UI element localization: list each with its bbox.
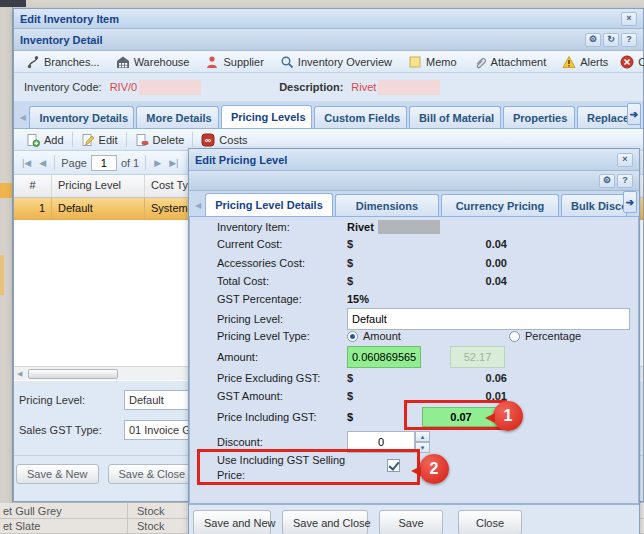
discount-row: Discount: ▲▼ [217,431,430,453]
main-tabstrip: ◀ Inventory Details More Details Pricing… [14,101,643,129]
tab-pricing-levels[interactable]: Pricing Levels [221,105,312,128]
help-icon[interactable]: ? [621,33,637,47]
column-header-pricing-level[interactable]: Pricing Level [52,175,145,197]
dialog-close-button[interactable]: Close [458,510,522,534]
pricing-level-input[interactable] [347,308,630,330]
branches-button[interactable]: Branches... [20,55,106,69]
next-page-icon[interactable]: ▶ [152,158,163,168]
delete-icon [135,133,149,147]
row-num: 1 [14,198,52,219]
supplier-label: Supplier [223,56,263,68]
alerts-icon [562,55,576,69]
current-cost-row: Current Cost: $0.04 [217,238,507,250]
attachment-icon [473,55,487,69]
tab-scroll-right-icon[interactable]: ➔ [627,103,641,125]
spinner-up-icon[interactable]: ▲ [415,431,430,442]
redaction-box [378,220,440,234]
supplier-button[interactable]: Supplier [199,55,269,69]
inventory-item-label: Inventory Item: [217,221,347,233]
panel-title: Inventory Detail [20,34,583,46]
attachment-label: Attachment [491,56,547,68]
prev-page-icon[interactable]: ◀ [37,158,48,168]
close-button[interactable]: Close [614,55,644,69]
amount-input[interactable] [347,346,421,368]
last-page-icon[interactable]: ▶| [167,158,180,168]
alerts-button[interactable]: Alerts [556,55,614,69]
inventory-overview-icon [280,55,294,69]
close-label: Close [638,56,644,68]
dialog-tab-scroll-right-icon[interactable]: ➔ [623,191,637,213]
annotation-badge-2: 2 [419,454,449,484]
memo-icon [408,55,422,69]
save-and-new-button[interactable]: Save & New [16,464,99,484]
first-page-icon[interactable]: |◀ [20,158,33,168]
price-excluding-gst-label: Price Excluding GST: [217,372,347,384]
settings-icon[interactable]: ⚙ [585,33,601,47]
tab-inventory-details[interactable]: Inventory Details [29,106,134,128]
sales-gst-type-label: Sales GST Type: [19,424,124,436]
redaction-box [378,80,440,95]
costs-button[interactable]: ∞ Costs [195,133,253,147]
refresh-icon[interactable]: ↻ [603,33,619,47]
tab-bill-of-material[interactable]: Bill of Material [409,106,501,128]
radio-percentage[interactable]: Percentage [509,330,581,342]
currency-symbol: $ [347,411,361,423]
gst-amount-label: GST Amount: [217,390,347,402]
use-including-gst-checkbox[interactable] [387,459,400,472]
gst-percentage-row: GST Percentage: 15% [217,293,369,305]
amount-percentage-input [450,346,505,368]
tab-scroll-left-icon[interactable]: ◀ [16,106,29,128]
price-including-gst-row: Price Including GST: $ [217,407,500,427]
dialog-titlebar: Edit Pricing Level × [189,149,639,171]
price-excluding-gst-row: Price Excluding GST: $0.06 [217,372,507,384]
tab-bulk-discount[interactable]: Bulk Discou [561,194,627,216]
dialog-settings-icon[interactable]: ⚙ [599,174,615,188]
pricing-level-row: Pricing Level: [217,308,630,330]
tab-properties[interactable]: Properties [503,106,575,128]
dialog-save-and-close-button[interactable]: Save and Close [282,510,368,534]
edit-button[interactable]: Edit [75,133,124,147]
dialog-save-and-new-button[interactable]: Save and New [193,510,271,534]
spinner-down-icon[interactable]: ▼ [415,442,430,453]
bg-row-name: et Gull Grey [0,503,128,518]
dialog-save-button[interactable]: Save [379,510,443,534]
discount-input[interactable] [347,431,415,453]
inventory-detail-header: Inventory Detail ⚙ ↻ ? [14,29,643,51]
window-close-icon[interactable]: × [621,12,637,26]
current-cost-label: Current Cost: [217,238,347,250]
window-title: Edit Inventory Item [20,13,619,25]
warehouse-button[interactable]: Warehouse [110,55,196,69]
attachment-button[interactable]: Attachment [467,55,553,69]
tab-custom-fields[interactable]: Custom Fields [314,106,407,128]
dialog-help-icon[interactable]: ? [617,174,633,188]
pricing-level-type-label: Pricing Level Type: [217,330,347,342]
tab-more-details[interactable]: More Details [136,106,219,128]
inventory-overview-button[interactable]: Inventory Overview [274,55,398,69]
amount-label: Amount: [217,351,347,363]
toolbar-separator [72,132,73,147]
radio-amount-icon[interactable] [347,331,358,342]
branches-icon [26,55,40,69]
accessories-cost-value: 0.00 [361,257,507,269]
screen: Edit Inventory Item × Inventory Detail ⚙… [0,0,644,534]
radio-percentage-icon[interactable] [509,331,520,342]
discount-spinner[interactable]: ▲▼ [415,431,430,453]
delete-button[interactable]: Delete [129,133,191,147]
page-input[interactable] [91,155,117,171]
tab-currency-pricing[interactable]: Currency Pricing [441,194,559,216]
column-header-num[interactable]: # [14,175,52,197]
scrollbar-thumb[interactable] [28,369,118,379]
gst-amount-row: GST Amount: $0.01 [217,390,507,402]
page-label: Page [61,157,87,169]
radio-amount[interactable]: Amount [347,330,401,342]
tab-dimensions[interactable]: Dimensions [335,194,439,216]
dialog-close-icon[interactable]: × [617,153,633,167]
memo-button[interactable]: Memo [402,55,463,69]
tab-pricing-level-details[interactable]: Pricing Level Details [205,193,333,216]
scroll-left-icon[interactable]: ◀ [14,370,22,378]
redaction-box [139,80,201,95]
dialog-tab-scroll-left-icon[interactable]: ◀ [191,194,205,216]
add-button[interactable]: Add [20,133,70,147]
alerts-label: Alerts [580,56,608,68]
save-and-close-button[interactable]: Save & Close [108,464,197,484]
